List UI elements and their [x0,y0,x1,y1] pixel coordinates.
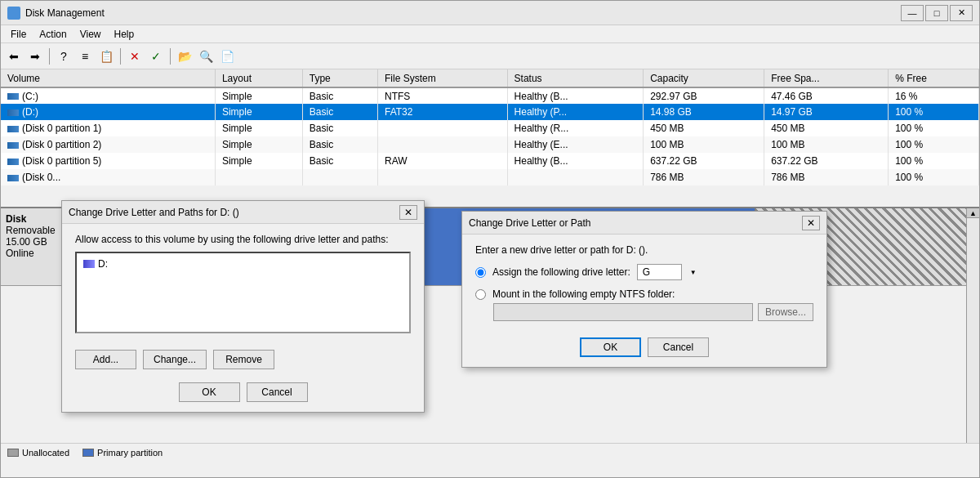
dialog1-ok-button[interactable]: OK [179,382,240,402]
dialog1-ok-area: OK Cancel [62,379,424,412]
toolbar-properties[interactable]: 📋 [96,47,116,66]
dialog2-close-button[interactable]: ✕ [802,216,820,230]
menu-file[interactable]: File [4,27,33,42]
dialog1-cancel-button[interactable]: Cancel [247,382,308,402]
cell-pct: 100 % [889,120,979,136]
cell-type: Basic [302,104,377,120]
col-filesystem[interactable]: File System [378,69,508,87]
app-icon [7,7,20,20]
toolbar-check[interactable]: ✓ [146,47,166,66]
toolbar-folder[interactable]: 📂 [175,47,194,66]
browse-button[interactable]: Browse... [758,303,813,321]
legend-primary-label: Primary partition [97,448,163,458]
table-container: Volume Layout Type File System Status Ca… [1,69,979,208]
dialog1-change-button[interactable]: Change... [143,350,207,369]
col-layout[interactable]: Layout [215,69,302,87]
cell-layout: Simple [215,104,302,120]
toolbar: ⬅ ➡ ? ≡ 📋 ✕ ✓ 📂 🔍 📄 [1,43,979,69]
menu-action[interactable]: Action [33,27,73,42]
menu-view[interactable]: View [74,27,108,42]
cell-fs: FAT32 [378,104,508,120]
dialog1-listbox[interactable]: D: [75,252,411,333]
col-capacity[interactable]: Capacity [644,69,764,87]
dialog1-remove-button[interactable]: Remove [213,350,274,369]
drive-letter-select[interactable]: G A B C D E F H I [637,264,682,280]
cell-type: Basic [302,87,377,104]
dialog2-buttons: OK Cancel [462,331,826,367]
legend-unallocated: Unallocated [7,448,69,458]
col-pct[interactable]: % Free [889,69,979,87]
radio-assign-letter[interactable] [475,267,486,278]
dialog2-content: Enter a new drive letter or path for D: … [462,235,826,331]
cell-volume: (Disk 0... [1,169,215,185]
toolbar-doc[interactable]: 📄 [217,47,237,66]
toolbar-search[interactable]: 🔍 [196,47,216,66]
legend-primary-box [82,449,94,457]
dialog1-title-text: Change Drive Letter and Paths for D: () [69,207,239,218]
close-button[interactable]: ✕ [950,5,973,21]
radio-row-mount: Mount in the following empty NTFS folder… [475,288,813,300]
cell-capacity: 100 MB [644,136,764,153]
toolbar-list[interactable]: ≡ [75,47,95,66]
app-title: Disk Management [25,7,105,19]
scroll-up[interactable]: ▲ [967,208,979,218]
dialog1-add-button[interactable]: Add... [75,350,136,369]
dialog2-title-bar: Change Drive Letter or Path ✕ [462,212,826,235]
cell-capacity: 450 MB [644,120,764,136]
dialog-change-drive-letter-paths: Change Drive Letter and Paths for D: () … [61,200,425,413]
dialog2-description: Enter a new drive letter or path for D: … [475,244,813,256]
toolbar-sep-2 [120,48,121,65]
dialog-change-drive-letter-path: Change Drive Letter or Path ✕ Enter a ne… [461,211,827,368]
table-row[interactable]: (Disk 0 partition 1) Simple Basic Health… [1,120,979,136]
dialog1-action-buttons: Add... Change... Remove [62,343,424,379]
dialog1-close-button[interactable]: ✕ [399,205,417,220]
volumes-table: Volume Layout Type File System Status Ca… [1,69,979,185]
cell-capacity: 14.98 GB [644,104,764,120]
table-row[interactable]: (C:) Simple Basic NTFS Healthy (B... 292… [1,87,979,104]
radio-mount-folder[interactable] [475,289,486,300]
cell-pct: 100 % [889,153,979,169]
legend-bar: Unallocated Primary partition [1,443,979,461]
cell-layout: Simple [215,120,302,136]
cell-volume: (Disk 0 partition 2) [1,136,215,153]
col-free[interactable]: Free Spa... [764,69,889,87]
dialog1-title-bar: Change Drive Letter and Paths for D: () … [62,201,424,224]
maximize-button[interactable]: □ [925,5,948,21]
toolbar-back[interactable]: ⬅ [4,47,24,66]
dialog2-cancel-button[interactable]: Cancel [648,337,709,357]
title-bar-buttons: — □ ✕ [901,5,973,21]
col-volume[interactable]: Volume [1,69,215,87]
radio-assign-letter-label: Assign the following drive letter: [492,266,630,278]
menu-bar: File Action View Help [1,25,979,43]
cell-capacity: 637.22 GB [644,153,764,169]
mount-path-row: Browse... [493,303,813,321]
dialog2-ok-button[interactable]: OK [580,337,641,357]
toolbar-help[interactable]: ? [54,47,74,66]
table-row[interactable]: (Disk 0 partition 5) Simple Basic RAW He… [1,153,979,169]
cell-fs [378,169,508,185]
table-row[interactable]: (D:) Simple Basic FAT32 Healthy (P... 14… [1,104,979,120]
dialog1-description: Allow access to this volume by using the… [75,234,411,245]
cell-layout: Simple [215,87,302,104]
legend-primary: Primary partition [82,448,163,458]
mount-path-input[interactable] [493,303,753,321]
toolbar-sep-3 [170,48,171,65]
drive-letter: D: [98,258,108,270]
scrollbar-vertical[interactable]: ▲ ▼ [966,208,979,461]
drive-icon [83,260,95,268]
cell-status: Healthy (P... [507,104,644,120]
table-row[interactable]: (Disk 0 partition 2) Simple Basic Health… [1,136,979,153]
cell-layout: Simple [215,153,302,169]
toolbar-delete[interactable]: ✕ [125,47,145,66]
cell-pct: 100 % [889,136,979,153]
col-type[interactable]: Type [302,69,377,87]
menu-help[interactable]: Help [108,27,141,42]
col-status[interactable]: Status [507,69,644,87]
dialog1-content: Allow access to this volume by using the… [62,224,424,343]
cell-type [302,169,377,185]
minimize-button[interactable]: — [901,5,924,21]
listbox-drive-d[interactable]: D: [80,257,406,271]
table-row[interactable]: (Disk 0... 786 MB 786 MB 100 % [1,169,979,185]
cell-layout [215,169,302,185]
toolbar-forward[interactable]: ➡ [25,47,45,66]
